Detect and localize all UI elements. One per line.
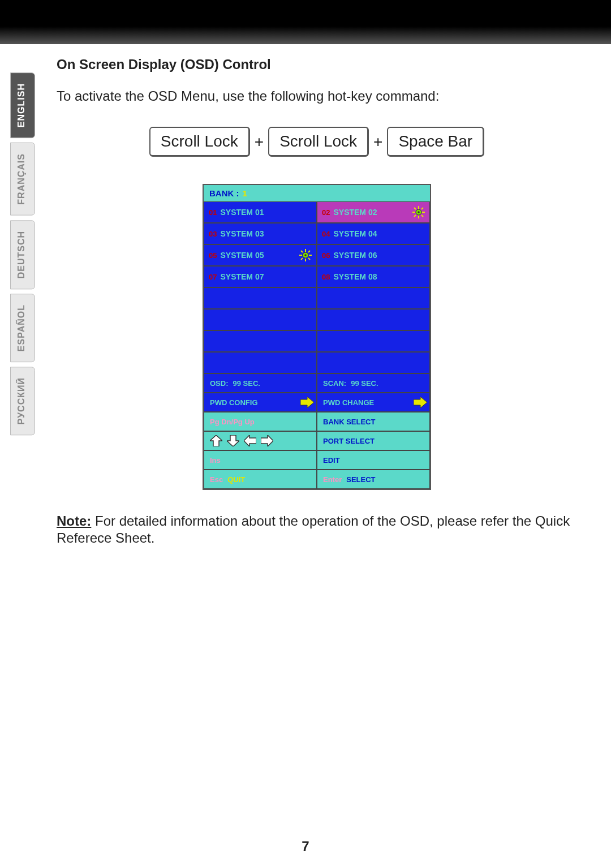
bank-label: BANK : — [209, 188, 239, 198]
system-cell-empty — [317, 352, 430, 373]
pgdn-pgup-label: Pg Dn/Pg Up — [210, 418, 255, 426]
svg-line-7 — [421, 208, 423, 209]
tab-espanol[interactable]: ESPAÑOL — [10, 294, 35, 362]
system-num: 07 — [209, 273, 217, 281]
system-cell-empty — [204, 309, 317, 330]
system-cell-empty — [204, 330, 317, 352]
scan-label: SCAN: — [323, 379, 346, 388]
osd-label: OSD: — [210, 379, 229, 388]
system-num: 02 — [322, 208, 330, 217]
scan-timer: SCAN: 99 SEC. — [317, 373, 430, 393]
edit: EDIT — [317, 450, 430, 470]
system-num: 01 — [209, 208, 217, 217]
svg-line-15 — [308, 258, 310, 260]
system-num: 03 — [209, 230, 217, 238]
page-number: 7 — [0, 839, 611, 854]
bank-select: BANK SELECT — [317, 412, 430, 431]
system-cell-empty — [317, 287, 430, 309]
osd-value: 99 SEC. — [233, 379, 260, 388]
arrow-keys — [204, 431, 317, 450]
arrow-right-icon — [261, 435, 273, 446]
system-name: SYSTEM 01 — [220, 208, 264, 217]
system-cell-05[interactable]: 05SYSTEM 05 — [204, 244, 317, 266]
select-label: SELECT — [346, 475, 375, 484]
sun-icon — [299, 249, 312, 261]
pwd-config-label: PWD CONFIG — [210, 398, 258, 407]
note-label: Note: — [57, 513, 91, 528]
svg-marker-25 — [261, 435, 273, 446]
port-select-label: PORT SELECT — [323, 437, 375, 445]
arrow-left-icon — [244, 435, 256, 446]
plus-2: + — [373, 133, 382, 151]
svg-marker-23 — [227, 435, 239, 446]
plus-1: + — [255, 133, 264, 151]
arrow-right-icon — [300, 397, 314, 408]
arrow-down-icon — [227, 435, 239, 446]
osd-system-grid: 01SYSTEM 0102SYSTEM 0203SYSTEM 0304SYSTE… — [204, 201, 430, 373]
svg-line-5 — [421, 215, 423, 217]
system-num: 06 — [322, 251, 330, 260]
osd-bank-header: BANK : 1 — [204, 185, 430, 201]
system-cell-03[interactable]: 03SYSTEM 03 — [204, 223, 317, 244]
page-content: On Screen Display (OSD) Control To activ… — [57, 57, 577, 547]
arrow-right-icon — [414, 397, 427, 408]
system-cell-06[interactable]: 06SYSTEM 06 — [317, 244, 430, 266]
enter-label: Enter — [323, 475, 342, 484]
tab-deutsch[interactable]: DEUTSCH — [10, 220, 35, 289]
system-num: 08 — [322, 273, 330, 281]
svg-line-16 — [301, 258, 303, 260]
note-block: Note: For detailed information about the… — [57, 513, 577, 547]
system-num: 04 — [322, 230, 330, 238]
note-text: For detailed information about the opera… — [57, 513, 570, 545]
system-num: 05 — [209, 251, 217, 260]
system-cell-07[interactable]: 07SYSTEM 07 — [204, 266, 317, 287]
system-cell-02[interactable]: 02SYSTEM 02 — [317, 201, 430, 223]
sun-icon — [412, 206, 425, 218]
system-cell-empty — [204, 352, 317, 373]
top-gradient-bar — [0, 0, 611, 44]
system-name: SYSTEM 07 — [220, 272, 264, 281]
osd-footer-grid: OSD: 99 SEC. SCAN: 99 SEC. PWD CONFIG PW… — [204, 373, 430, 489]
system-cell-01[interactable]: 01SYSTEM 01 — [204, 201, 317, 223]
pwd-change[interactable]: PWD CHANGE — [317, 393, 430, 412]
tab-francais[interactable]: FRANÇAIS — [10, 143, 35, 216]
svg-line-6 — [414, 215, 416, 217]
port-select: PORT SELECT — [317, 431, 430, 450]
system-name: SYSTEM 03 — [220, 229, 264, 238]
system-cell-empty — [317, 309, 430, 330]
pwd-config[interactable]: PWD CONFIG — [204, 393, 317, 412]
esc-label: Esc — [210, 475, 223, 484]
svg-marker-24 — [244, 435, 256, 446]
ins-label: Ins — [210, 456, 221, 465]
key-scroll-lock-1: Scroll Lock — [149, 127, 250, 157]
system-cell-empty — [204, 287, 317, 309]
system-name: SYSTEM 06 — [333, 251, 377, 260]
svg-point-9 — [418, 211, 420, 213]
svg-line-17 — [308, 251, 310, 252]
svg-marker-20 — [300, 397, 314, 408]
pwd-change-label: PWD CHANGE — [323, 398, 374, 407]
section-title: On Screen Display (OSD) Control — [57, 57, 577, 72]
language-tabs: ENGLISH FRANÇAIS DEUTSCH ESPAÑOL РУССКИЙ — [10, 72, 35, 440]
key-scroll-lock-2: Scroll Lock — [268, 127, 369, 157]
system-cell-empty — [317, 330, 430, 352]
system-name: SYSTEM 08 — [333, 272, 377, 281]
ins-key: Ins — [204, 450, 317, 470]
system-name: SYSTEM 04 — [333, 229, 377, 238]
quit-label: QUIT — [227, 475, 245, 484]
bank-select-label: BANK SELECT — [323, 418, 375, 426]
system-cell-04[interactable]: 04SYSTEM 04 — [317, 223, 430, 244]
svg-line-4 — [414, 208, 416, 209]
osd-timer: OSD: 99 SEC. — [204, 373, 317, 393]
system-name: SYSTEM 02 — [333, 208, 377, 217]
enter-select: Enter SELECT — [317, 470, 430, 489]
system-cell-08[interactable]: 08SYSTEM 08 — [317, 266, 430, 287]
esc-quit: Esc QUIT — [204, 470, 317, 489]
tab-russian[interactable]: РУССКИЙ — [10, 367, 35, 435]
tab-english[interactable]: ENGLISH — [10, 72, 35, 138]
pgdn-pgup: Pg Dn/Pg Up — [204, 412, 317, 431]
key-space-bar: Space Bar — [387, 127, 484, 157]
scan-value: 99 SEC. — [351, 379, 378, 388]
osd-panel: BANK : 1 01SYSTEM 0102SYSTEM 0203SYSTEM … — [203, 184, 431, 490]
arrow-up-icon — [210, 435, 222, 446]
